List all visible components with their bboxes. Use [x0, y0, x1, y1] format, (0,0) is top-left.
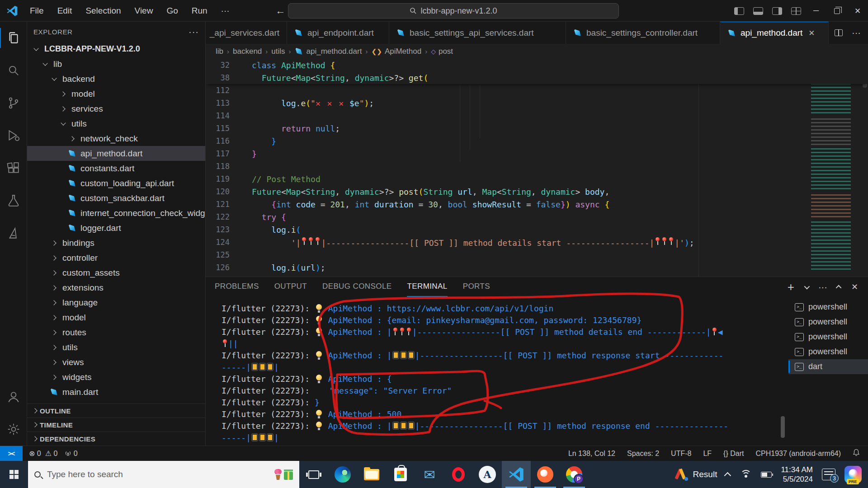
- panel-tab-terminal[interactable]: TERMINAL: [407, 277, 447, 297]
- panel-tab-output[interactable]: OUTPUT: [274, 277, 307, 297]
- news-widget[interactable]: Result: [675, 468, 717, 481]
- terminal-instance-powershell-4[interactable]: >_powershell: [788, 344, 868, 359]
- status-cph1937-android-arm64[interactable]: CPH1937 (android-arm64): [755, 450, 841, 458]
- breadcrumb-item-api_method-dart[interactable]: api_method.dart: [295, 47, 362, 56]
- tree-folder-utils[interactable]: utils: [27, 340, 205, 355]
- panel-tab-problems[interactable]: PROBLEMS: [215, 277, 259, 297]
- sidebar-more-actions-icon[interactable]: ···: [189, 27, 199, 37]
- ports-status[interactable]: 0: [65, 450, 77, 458]
- tree-folder-utils[interactable]: utils: [27, 116, 205, 131]
- extensions-icon[interactable]: [0, 152, 27, 184]
- tree-file-loggerdart[interactable]: logger.dart: [27, 221, 205, 235]
- source-control-icon[interactable]: [0, 87, 27, 119]
- terminal-instance-dart-5[interactable]: >_dart: [788, 359, 868, 374]
- section-dependencies[interactable]: DEPENDENCIES: [27, 432, 205, 446]
- references-icon[interactable]: [0, 217, 27, 249]
- tab-_api_services-dart[interactable]: _api_services.dart: [206, 22, 287, 44]
- toggle-panel-icon[interactable]: [753, 7, 763, 15]
- tree-folder-language[interactable]: language: [27, 295, 205, 310]
- tree-folder-services[interactable]: services: [27, 101, 205, 116]
- tree-folder-views[interactable]: views: [27, 355, 205, 370]
- menu-item-file[interactable]: File: [24, 4, 49, 18]
- microsoft-store-app-icon[interactable]: [386, 461, 415, 488]
- tree-folder-bindings[interactable]: bindings: [27, 235, 205, 250]
- menu-item-run[interactable]: Run: [186, 4, 213, 18]
- breadcrumb-item-utils[interactable]: utils: [271, 47, 285, 56]
- menu-item-edit[interactable]: Edit: [52, 4, 78, 18]
- close-tab-icon[interactable]: ✕: [808, 28, 815, 38]
- edge-app-icon[interactable]: [328, 461, 357, 488]
- restore-button[interactable]: [826, 0, 847, 22]
- taskbar-search[interactable]: Type here to search: [28, 461, 299, 488]
- tab-basic_settings_controller-dart[interactable]: basic_settings_controller.dart: [566, 22, 720, 44]
- tree-folder-extensions[interactable]: extensions: [27, 280, 205, 295]
- terminal-scrollbar[interactable]: [781, 416, 785, 438]
- code-editor[interactable]: 32class ApiMethod {38 Future<Map<String,…: [206, 59, 868, 277]
- toggle-secondary-sidebar-icon[interactable]: [772, 7, 782, 15]
- tree-root[interactable]: LCBBR-APP-NEW-V1.2.0: [27, 42, 205, 56]
- toggle-sidebar-icon[interactable]: [734, 7, 744, 15]
- notifications-bell-icon[interactable]: [853, 449, 860, 458]
- terminal-instance-powershell-3[interactable]: >_powershell: [788, 329, 868, 344]
- opera-app-icon[interactable]: [444, 461, 473, 488]
- vscode-app-icon[interactable]: [502, 461, 531, 488]
- panel-tab-ports[interactable]: PORTS: [463, 277, 490, 297]
- status-spaces-2[interactable]: Spaces: 2: [627, 450, 659, 458]
- notification-center-icon[interactable]: 3: [822, 469, 835, 480]
- panel-more-icon[interactable]: ···: [818, 282, 827, 292]
- new-terminal-icon[interactable]: +: [788, 280, 794, 294]
- minimap[interactable]: [807, 59, 855, 277]
- tree-folder-routes[interactable]: routes: [27, 325, 205, 340]
- breadcrumb-item-post[interactable]: ◇post: [431, 47, 453, 56]
- wifi-icon[interactable]: [740, 470, 752, 479]
- maximize-panel-icon[interactable]: [836, 285, 842, 291]
- battery-icon[interactable]: [761, 472, 772, 478]
- chrome-profile-app-icon[interactable]: [560, 461, 589, 488]
- menu-item-[interactable]: ···: [216, 4, 235, 18]
- close-panel-icon[interactable]: ✕: [851, 282, 858, 292]
- search-icon[interactable]: [0, 54, 27, 87]
- remote-indicator[interactable]: ><: [0, 446, 23, 461]
- task-view-button[interactable]: [299, 461, 328, 488]
- tree-folder-network_check[interactable]: network_check: [27, 131, 205, 146]
- tree-file-maindart[interactable]: main.dart: [27, 385, 205, 399]
- terminal-dropdown-icon[interactable]: [804, 283, 810, 289]
- panel-tab-debug-console[interactable]: DEBUG CONSOLE: [322, 277, 392, 297]
- tree-file-custom_loading_apidart[interactable]: custom_loading_api.dart: [27, 176, 205, 191]
- problems-status[interactable]: ⊗ 0 ⚠ 0: [29, 449, 57, 458]
- breadcrumb[interactable]: lib›backend›utils›api_method.dart›❮❯ApiM…: [206, 44, 868, 59]
- a-app-icon[interactable]: A: [473, 461, 502, 488]
- mail-app-icon[interactable]: ✉: [415, 461, 444, 488]
- terminal-instance-powershell-1[interactable]: >_powershell: [788, 300, 868, 314]
- terminal-output[interactable]: I/flutter (22273): ApiMethod : https://w…: [222, 302, 782, 443]
- tree-file-internet_connection_check_widg[interactable]: internet_connection_check_widg...: [27, 206, 205, 221]
- breadcrumb-item-backend[interactable]: backend: [233, 47, 262, 56]
- menu-item-go[interactable]: Go: [161, 4, 183, 18]
- section-timeline[interactable]: TIMELINE: [27, 418, 205, 432]
- back-button[interactable]: ←: [276, 5, 286, 17]
- tree-file-constantsdart[interactable]: constants.dart: [27, 161, 205, 176]
- tree-folder-backend[interactable]: backend: [27, 71, 205, 86]
- show-hidden-icons-chevron[interactable]: [724, 472, 731, 479]
- tree-file-custom_snackbardart[interactable]: custom_snackbar.dart: [27, 191, 205, 206]
- start-button[interactable]: [0, 461, 28, 488]
- tree-folder-model[interactable]: model: [27, 310, 205, 325]
- minimize-button[interactable]: ─: [806, 0, 826, 22]
- split-editor-icon[interactable]: [835, 29, 843, 36]
- tab-api_endpoint-dart[interactable]: api_endpoint.dart: [287, 22, 389, 44]
- section-outline[interactable]: OUTLINE: [27, 404, 205, 418]
- clock[interactable]: 11:34 AM 5/5/2024: [781, 465, 813, 484]
- menu-item-view[interactable]: View: [129, 4, 159, 18]
- breadcrumb-item-ApiMethod[interactable]: ❮❯ApiMethod: [371, 47, 421, 56]
- tree-folder-controller[interactable]: controller: [27, 250, 205, 265]
- status-utf-8[interactable]: UTF-8: [671, 450, 691, 458]
- customize-layout-icon[interactable]: [791, 7, 801, 15]
- close-button[interactable]: ✕: [847, 0, 868, 22]
- command-center-search[interactable]: lcbbr-app-new-v1.2.0: [288, 3, 619, 19]
- testing-icon[interactable]: [0, 184, 27, 217]
- edge-preview-app-icon[interactable]: PRE: [844, 466, 862, 483]
- settings-gear-icon[interactable]: [0, 413, 27, 446]
- tree-file-api_methoddart[interactable]: api_method.dart: [27, 146, 205, 161]
- tab-basic_settings_api_services-dart[interactable]: basic_settings_api_services.dart: [389, 22, 566, 44]
- status-lf[interactable]: LF: [703, 450, 712, 458]
